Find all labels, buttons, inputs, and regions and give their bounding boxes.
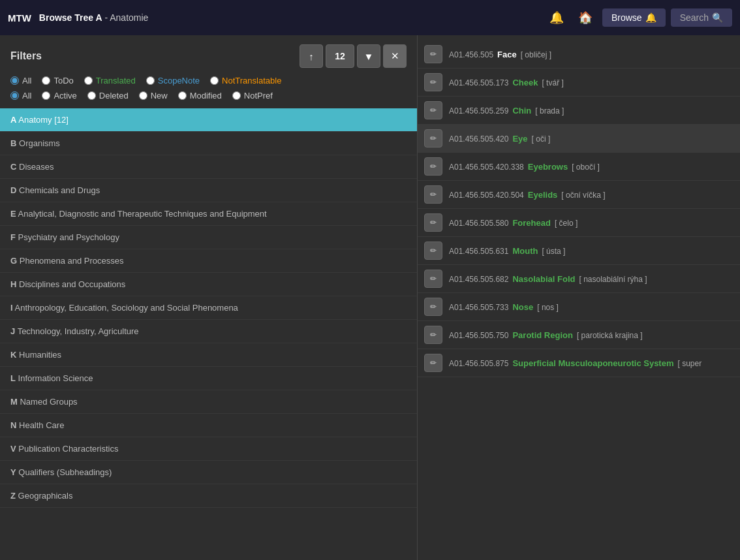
page-title: Browse Tree A - Anatomie xyxy=(39,12,540,23)
tree-item-label: Technology, Industry, Agriculture xyxy=(18,326,139,336)
tree-letter: J xyxy=(10,326,15,336)
tree-list: A Anatomy [12]B OrganismsC DiseasesD Che… xyxy=(0,103,417,560)
filter-row-2: All Active Deleted New Modified NotPref xyxy=(0,88,417,103)
tree-item-label: Geographicals xyxy=(18,491,73,501)
entry-id: A01.456.505.420 xyxy=(449,134,508,144)
filter-all-radio[interactable]: All xyxy=(10,76,31,86)
edit-button[interactable]: ✏ xyxy=(424,157,442,176)
entry-row: ✏ A01.456.505.173 Cheek [ tvář ] xyxy=(418,69,740,97)
tree-item-g[interactable]: G Phenomena and Processes xyxy=(0,249,417,273)
tree-item-label: Organisms xyxy=(19,138,60,148)
tree-item-c[interactable]: C Diseases xyxy=(0,155,417,179)
edit-button[interactable]: ✏ xyxy=(424,73,442,91)
entry-row: ✏ A01.456.505.631 Mouth [ ústa ] xyxy=(418,237,740,265)
sort-up-button[interactable]: ↑ xyxy=(300,44,323,68)
tree-item-f[interactable]: F Psychiatry and Psychology xyxy=(0,226,417,249)
edit-button[interactable]: ✏ xyxy=(424,270,442,288)
filter-active-radio[interactable]: Active xyxy=(42,91,76,101)
edit-button[interactable]: ✏ xyxy=(424,101,442,119)
tree-letter: Y xyxy=(10,467,16,477)
filters-toolbar: ↑ 12 ▼ ✕ xyxy=(300,44,407,68)
browse-button[interactable]: Browse 🔔 xyxy=(602,8,666,27)
edit-button[interactable]: ✏ xyxy=(424,241,442,260)
entry-name: Parotid Region xyxy=(512,330,572,340)
tree-letter: A xyxy=(10,115,16,125)
filter-deleted-radio[interactable]: Deleted xyxy=(87,91,129,101)
tree-letter: L xyxy=(10,373,16,383)
tree-letter: I xyxy=(10,303,13,313)
entry-translation: [ nos ] xyxy=(537,303,559,312)
tree-item-n[interactable]: N Health Care xyxy=(0,414,417,437)
entry-name: Chin xyxy=(512,106,531,116)
tree-item-z[interactable]: Z Geographicals xyxy=(0,484,417,508)
entry-row: ✏ A01.456.505.580 Forehead [ čelo ] xyxy=(418,209,740,237)
edit-button[interactable]: ✏ xyxy=(424,213,442,232)
filter-todo-radio[interactable]: ToDo xyxy=(42,76,73,86)
tree-item-label: Diseases xyxy=(19,162,54,172)
filter-modified-radio[interactable]: Modified xyxy=(178,91,222,101)
filter-all2-radio[interactable]: All xyxy=(10,91,31,101)
entry-translation: [ parotická krajina ] xyxy=(577,331,643,340)
filter-notpref-radio[interactable]: NotPref xyxy=(232,91,273,101)
tree-letter: V xyxy=(10,444,16,454)
filter-scopenote-radio[interactable]: ScopeNote xyxy=(146,76,200,86)
tree-item-j[interactable]: J Technology, Industry, Agriculture xyxy=(0,320,417,343)
tree-letter: E xyxy=(10,209,16,219)
entry-row: ✏ A01.456.505.750 Parotid Region [ parot… xyxy=(418,321,740,349)
tree-item-label: Qualifiers (Subheadings) xyxy=(18,467,112,477)
entry-id: A01.456.505.259 xyxy=(449,106,508,116)
entry-content: A01.456.505.631 Mouth [ ústa ] xyxy=(449,246,565,256)
right-panel: ✏ A01.456.505 Face [ obličej ] ✏ A01.456… xyxy=(418,35,740,560)
entry-translation: [ oči ] xyxy=(532,134,551,144)
tree-item-h[interactable]: H Disciplines and Occupations xyxy=(0,273,417,296)
filter-new-radio[interactable]: New xyxy=(139,91,168,101)
tree-letter: C xyxy=(10,162,16,172)
tree-item-e[interactable]: E Analytical, Diagnostic and Therapeutic… xyxy=(0,202,417,226)
edit-button[interactable]: ✏ xyxy=(424,185,442,204)
tree-item-l[interactable]: L Information Science xyxy=(0,367,417,390)
topnav: MTW Browse Tree A - Anatomie 🔔 🏠 Browse … xyxy=(0,0,740,35)
bell-icon[interactable]: 🔔 xyxy=(545,6,568,29)
tree-item-b[interactable]: B Organisms xyxy=(0,132,417,155)
tree-letter: Z xyxy=(10,491,16,501)
entry-name: Nose xyxy=(512,302,533,312)
entry-translation: [ brada ] xyxy=(535,106,564,116)
edit-button[interactable]: ✏ xyxy=(424,298,442,316)
entry-name: Cheek xyxy=(512,78,538,87)
tree-letter: B xyxy=(10,138,16,148)
entry-row: ✏ A01.456.505.259 Chin [ brada ] xyxy=(418,97,740,125)
clear-filters-button[interactable]: ✕ xyxy=(383,44,407,68)
tree-letter: F xyxy=(10,232,16,242)
edit-button[interactable]: ✏ xyxy=(424,354,442,372)
tree-item-label: Disciplines and Occupations xyxy=(19,279,125,289)
edit-button[interactable]: ✏ xyxy=(424,45,442,63)
entry-content: A01.456.505.420.504 Eyelids [ oční víčka… xyxy=(449,190,606,200)
entry-row: ✏ A01.456.505.420.338 Eyebrows [ obočí ] xyxy=(418,153,740,181)
browse-label: Browse xyxy=(611,12,642,23)
tree-item-label: Humanities xyxy=(19,350,61,360)
tree-item-k[interactable]: K Humanities xyxy=(0,343,417,367)
edit-button[interactable]: ✏ xyxy=(424,129,442,148)
tree-letter: D xyxy=(10,185,16,195)
tree-item-d[interactable]: D Chemicals and Drugs xyxy=(0,179,417,202)
edit-button[interactable]: ✏ xyxy=(424,326,442,344)
left-panel: Filters ↑ 12 ▼ ✕ All ToDo Translated xyxy=(0,35,418,560)
tree-item-label: Analytical, Diagnostic and Therapeutic T… xyxy=(18,209,267,219)
search-button[interactable]: Search 🔍 xyxy=(671,8,732,27)
filters-title: Filters xyxy=(10,50,42,62)
tree-item-label: Psychiatry and Psychology xyxy=(18,232,119,242)
filter-translated-radio[interactable]: Translated xyxy=(84,76,136,86)
search-label: Search xyxy=(680,12,709,23)
tree-item-a[interactable]: A Anatomy [12] xyxy=(0,108,417,132)
filter-button[interactable]: ▼ xyxy=(357,44,380,68)
tree-item-v[interactable]: V Publication Characteristics xyxy=(0,437,417,461)
tree-letter: K xyxy=(10,350,16,360)
entry-name: Superficial Musculoaponeurotic System xyxy=(512,358,673,368)
entry-content: A01.456.505.682 Nasolabial Fold [ nasola… xyxy=(449,274,647,284)
tree-item-y[interactable]: Y Qualifiers (Subheadings) xyxy=(0,461,417,484)
filter-nottranslatable-radio[interactable]: NotTranslatable xyxy=(210,76,281,86)
browse-tree-label: Browse Tree A xyxy=(39,12,102,23)
tree-item-m[interactable]: M Named Groups xyxy=(0,390,417,414)
tree-item-i[interactable]: I Anthropology, Education, Sociology and… xyxy=(0,296,417,320)
home-icon[interactable]: 🏠 xyxy=(574,6,597,29)
